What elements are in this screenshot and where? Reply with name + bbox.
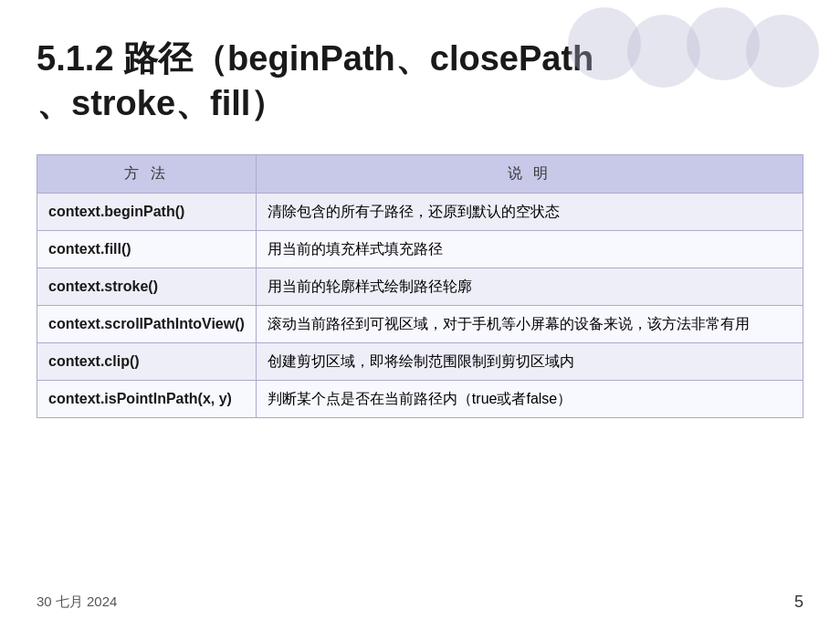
title-line2: 、stroke、fill） [37, 84, 285, 122]
table-cell-desc: 判断某个点是否在当前路径内（true或者false） [256, 380, 803, 417]
table-row: context.stroke()用当前的轮廓样式绘制路径轮廓 [37, 268, 803, 305]
table-cell-desc: 创建剪切区域，即将绘制范围限制到剪切区域内 [256, 342, 803, 380]
table-cell-desc: 用当前的轮廓样式绘制路径轮廓 [256, 268, 803, 305]
table-cell-method: context.scrollPathIntoView() [37, 305, 257, 342]
method-name: context.stroke() [48, 278, 158, 294]
table-row: context.fill()用当前的填充样式填充路径 [37, 230, 803, 268]
table-row: context.scrollPathIntoView()滚动当前路径到可视区域，… [37, 305, 803, 342]
col-method-header: 方 法 [37, 154, 257, 193]
deco-circles-container [568, 7, 824, 99]
table-cell-method: context.isPointInPath(x, y) [37, 380, 257, 417]
table-cell-desc: 滚动当前路径到可视区域，对于手机等小屏幕的设备来说，该方法非常有用 [256, 305, 803, 342]
table-cell-desc: 清除包含的所有子路径，还原到默认的空状态 [256, 193, 803, 230]
method-name: context.isPointInPath(x, y) [48, 391, 232, 406]
method-name: context.scrollPathIntoView() [48, 316, 245, 331]
col-desc-header: 说 明 [256, 154, 803, 193]
method-name: context.clip() [48, 353, 140, 369]
footer-date: 30 七月 2024 [37, 593, 117, 611]
table-row: context.isPointInPath(x, y)判断某个点是否在当前路径内… [37, 380, 803, 417]
table-cell-method: context.fill() [37, 230, 257, 268]
methods-table: 方 法 说 明 context.beginPath()清除包含的所有子路径，还原… [37, 154, 803, 418]
title-text: 5.1.2 路径（beginPath、closePath 、stroke、fil… [37, 37, 603, 127]
slide: 5.1.2 路径（beginPath、closePath 、stroke、fil… [0, 0, 840, 630]
footer-page: 5 [794, 593, 803, 612]
table-cell-method: context.beginPath() [37, 193, 257, 230]
footer: 30 七月 2024 5 [37, 593, 803, 612]
table-row: context.clip()创建剪切区域，即将绘制范围限制到剪切区域内 [37, 342, 803, 380]
deco-circle-4 [746, 15, 819, 88]
title-line1: 5.1.2 路径（beginPath、closePath [37, 39, 593, 78]
table-header-row: 方 法 说 明 [37, 154, 803, 193]
table-cell-method: context.stroke() [37, 268, 257, 305]
table-row: context.beginPath()清除包含的所有子路径，还原到默认的空状态 [37, 193, 803, 230]
method-name: context.fill() [48, 241, 131, 257]
table-cell-desc: 用当前的填充样式填充路径 [256, 230, 803, 268]
method-name: context.beginPath() [48, 204, 184, 219]
table-cell-method: context.clip() [37, 342, 257, 380]
